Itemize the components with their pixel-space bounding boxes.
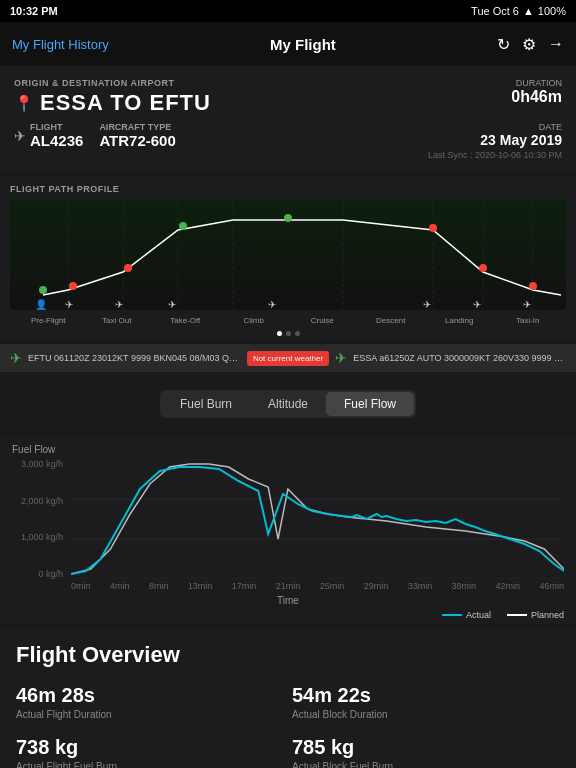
flight-label: FLIGHT [30, 122, 83, 132]
fpp-dot-2 [286, 331, 291, 336]
legend-actual-line [442, 614, 462, 616]
flight-details-row: ✈ FLIGHT AL4236 AIRCRAFT TYPE ATR72-600 … [14, 122, 562, 160]
settings-icon[interactable]: ⚙ [522, 35, 536, 54]
svg-point-9 [69, 282, 77, 290]
flight-number: AL4236 [30, 132, 83, 149]
status-bar: 10:32 PM Tue Oct 6 ▲ 100% [0, 0, 576, 22]
plane-icon: ✈ [14, 128, 26, 144]
x-tick-11: 46min [539, 581, 564, 591]
flight-fuel-value: 738 kg [16, 736, 284, 759]
flight-row: ✈ FLIGHT AL4236 AIRCRAFT TYPE ATR72-600 [14, 122, 176, 149]
header: My Flight History My Flight ↻ ⚙ → [0, 22, 576, 66]
overview-title: Flight Overview [16, 642, 560, 668]
fpp-dot-3 [295, 331, 300, 336]
chart-y-label: Fuel Flow [12, 444, 564, 455]
route-main: 📍 ESSA TO EFTU [14, 90, 211, 116]
x-tick-3: 13min [188, 581, 213, 591]
tab-area: Fuel Burn Altitude Fuel Flow [0, 372, 576, 436]
header-icons: ↻ ⚙ → [497, 35, 564, 54]
stage-label-taxiin: Taxi-In [516, 316, 540, 325]
refresh-icon[interactable]: ↻ [497, 35, 510, 54]
tab-buttons: Fuel Burn Altitude Fuel Flow [160, 390, 416, 418]
x-tick-0: 0min [71, 581, 91, 591]
fpp-chart: 👤 ✈ ✈ ✈ ✈ ✈ ✈ ✈ [10, 200, 566, 310]
duration-label: DURATION [511, 78, 562, 88]
x-tick-2: 8min [149, 581, 169, 591]
date-display: Tue Oct 6 [471, 5, 519, 17]
stage-climb: Climb [220, 316, 289, 325]
legend-planned: Planned [507, 610, 564, 620]
block-fuel-value: 785 kg [292, 736, 560, 759]
aircraft-type-block: AIRCRAFT TYPE ATR72-600 [99, 122, 175, 149]
wifi-icon: ▲ [523, 5, 534, 17]
stage-descent: Descent [357, 316, 426, 325]
stage-taxiin: Taxi-In [494, 316, 563, 325]
flight-left: ✈ FLIGHT AL4236 AIRCRAFT TYPE ATR72-600 [14, 122, 176, 149]
svg-point-10 [124, 264, 132, 272]
svg-text:✈: ✈ [168, 299, 176, 310]
legend-actual-label: Actual [466, 610, 491, 620]
stage-preflight: Pre-Flight [14, 316, 83, 325]
x-tick-7: 29min [364, 581, 389, 591]
atis-left-icon: ✈ [10, 350, 22, 366]
back-button[interactable]: My Flight History [12, 37, 109, 52]
route-text: ESSA TO EFTU [40, 90, 211, 116]
not-current-badge: Not current weather [247, 351, 329, 366]
stage-label-preflight: Pre-Flight [31, 316, 66, 325]
battery-display: 100% [538, 5, 566, 17]
svg-point-13 [429, 224, 437, 232]
fpp-dots-row [10, 331, 566, 336]
fpp-label: FLIGHT PATH PROFILE [10, 184, 566, 194]
atis-row: ✈ EFTU 061120Z 23012KT 9999 BKN045 08/M0… [0, 344, 576, 372]
duration-block: DURATION 0h46m [511, 78, 562, 106]
location-icon: 📍 [14, 94, 34, 113]
tab-fuel-flow[interactable]: Fuel Flow [326, 392, 414, 416]
date-label: DATE [428, 122, 562, 132]
flight-fuel-label: Actual Flight Fuel Burn [16, 761, 284, 768]
fpp-dot-1 [277, 331, 282, 336]
stage-label-descent: Descent [376, 316, 405, 325]
tab-fuel-burn[interactable]: Fuel Burn [162, 392, 250, 416]
legend-planned-line [507, 614, 527, 616]
overview-block-fuel: 785 kg Actual Block Fuel Burn [292, 736, 560, 768]
route-left: ORIGIN & DESTINATION AIRPORT 📍 ESSA TO E… [14, 78, 211, 116]
legend-planned-label: Planned [531, 610, 564, 620]
date-value: 23 May 2019 [428, 132, 562, 148]
stage-cruise: Cruise [288, 316, 357, 325]
flight-overview: Flight Overview 46m 28s Actual Flight Du… [0, 628, 576, 768]
flight-number-block: FLIGHT AL4236 [30, 122, 83, 149]
route-row: ORIGIN & DESTINATION AIRPORT 📍 ESSA TO E… [14, 78, 562, 116]
header-title: My Flight [270, 36, 336, 53]
svg-text:✈: ✈ [473, 299, 481, 310]
flight-duration-value: 46m 28s [16, 684, 284, 707]
fpp-stages: Pre-Flight Taxi Out Take-Off Climb Cruis… [10, 316, 566, 325]
tab-altitude[interactable]: Altitude [250, 392, 326, 416]
svg-point-12 [284, 214, 292, 222]
svg-point-8 [39, 286, 47, 294]
legend-actual: Actual [442, 610, 491, 620]
chart-section: Fuel Flow 3,000 kg/h 2,000 kg/h 1,000 kg… [0, 436, 576, 624]
y-tick-0: 0 kg/h [12, 569, 63, 579]
chart-container [71, 459, 564, 579]
stage-label-takeoff: Take-Off [170, 316, 200, 325]
stage-landing: Landing [425, 316, 494, 325]
block-fuel-label: Actual Block Fuel Burn [292, 761, 560, 768]
stage-label-cruise: Cruise [311, 316, 334, 325]
flight-duration-label: Actual Flight Duration [16, 709, 284, 720]
x-tick-5: 21min [276, 581, 301, 591]
duration-value: 0h46m [511, 88, 562, 106]
svg-text:✈: ✈ [268, 299, 276, 310]
x-tick-4: 17min [232, 581, 257, 591]
overview-grid: 46m 28s Actual Flight Duration 54m 22s A… [16, 684, 560, 768]
stage-label-landing: Landing [445, 316, 473, 325]
svg-text:✈: ✈ [523, 299, 531, 310]
svg-text:👤: 👤 [35, 298, 48, 310]
logout-icon[interactable]: → [548, 35, 564, 53]
x-tick-9: 38min [452, 581, 477, 591]
overview-block-duration: 54m 22s Actual Block Duration [292, 684, 560, 720]
sync-text: Last Sync : 2020-10-06 10:30 PM [428, 150, 562, 160]
svg-point-14 [479, 264, 487, 272]
block-duration-value: 54m 22s [292, 684, 560, 707]
chart-x-axis: 0min 4min 8min 13min 17min 21min 25min 2… [71, 579, 564, 593]
x-tick-6: 25min [320, 581, 345, 591]
